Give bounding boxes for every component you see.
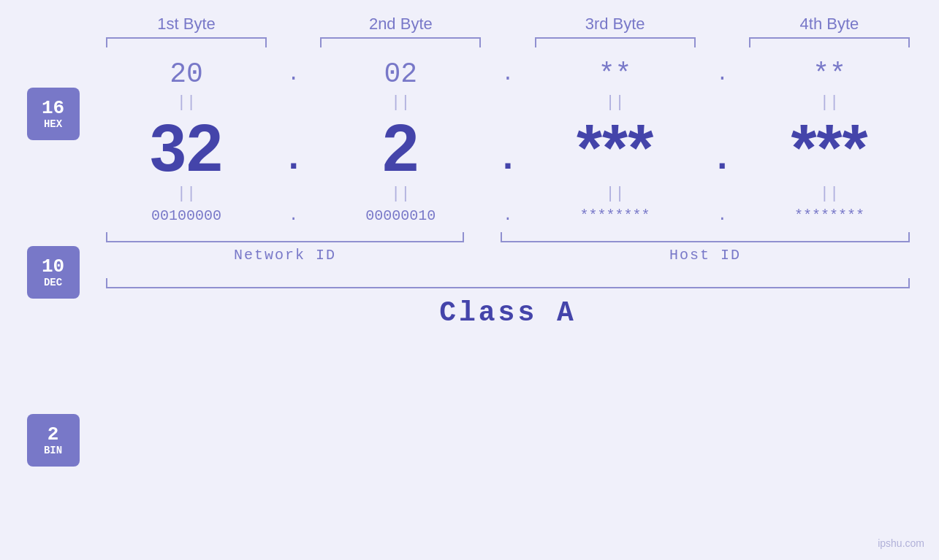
- bin-dot-1: .: [275, 207, 312, 225]
- dec-badge: 10 DEC: [27, 246, 80, 299]
- col-header-4: 4th Byte: [749, 15, 910, 34]
- top-brackets-row: [106, 37, 939, 47]
- eq-sym-6: ||: [320, 185, 481, 203]
- bin-val-2: 00000010: [320, 207, 481, 224]
- dec-val-4: ***: [749, 115, 910, 181]
- hex-values-row: 20 . 02 . ** . **: [106, 58, 939, 90]
- bin-badge-num: 2: [47, 424, 59, 445]
- eq-sym-5: ||: [106, 185, 267, 203]
- hex-dot-2: .: [490, 63, 526, 85]
- eq-sym-8: ||: [749, 185, 910, 203]
- top-bracket-4: [749, 37, 910, 47]
- hex-val-2: 02: [320, 58, 481, 90]
- bin-badge-label: BIN: [44, 445, 62, 456]
- dec-dot-3: .: [704, 119, 740, 177]
- bottom-brackets-area: Network ID Host ID: [106, 232, 939, 264]
- column-headers-row: 1st Byte 2nd Byte 3rd Byte 4th Byte: [106, 15, 939, 34]
- top-bracket-1: [106, 37, 267, 47]
- page-container: 16 HEX 10 DEC 2 BIN: [0, 0, 939, 560]
- col-header-2: 2nd Byte: [320, 15, 481, 34]
- col-header-1: 1st Byte: [106, 15, 267, 34]
- dec-dot-2: .: [490, 119, 526, 177]
- eq-sym-2: ||: [320, 93, 481, 112]
- equals-row-1: || || || ||: [106, 93, 939, 112]
- dec-val-3: ***: [535, 115, 696, 181]
- bottom-brackets-row: [106, 232, 910, 242]
- eq-sym-4: ||: [749, 93, 910, 112]
- hex-badge-label: HEX: [44, 118, 62, 130]
- hex-val-4: **: [749, 58, 910, 90]
- host-id-bracket: [501, 232, 910, 242]
- top-area: 16 HEX 10 DEC 2 BIN: [0, 0, 939, 467]
- dec-badge-wrap: 10 DEC: [27, 246, 80, 299]
- watermark: ipshu.com: [878, 537, 924, 549]
- eq-sym-7: ||: [535, 185, 696, 203]
- hex-val-3: **: [535, 58, 696, 90]
- eq-sym-3: ||: [535, 93, 696, 112]
- hex-badge-num: 16: [42, 98, 64, 119]
- bin-dot-3: .: [704, 207, 740, 225]
- big-bracket-row: [106, 278, 939, 288]
- hex-dot-1: .: [275, 63, 312, 85]
- bottom-labels-row: Network ID Host ID: [106, 247, 910, 264]
- right-content: 1st Byte 2nd Byte 3rd Byte 4th Byte: [106, 15, 939, 467]
- dec-val-2: 2: [320, 115, 481, 181]
- bin-val-4: ********: [749, 207, 910, 224]
- hex-badge: 16 HEX: [27, 88, 80, 140]
- eq-sym-1: ||: [106, 93, 267, 112]
- badges-column: 16 HEX 10 DEC 2 BIN: [0, 15, 106, 467]
- hex-dot-3: .: [704, 63, 740, 85]
- dec-dot-1: .: [275, 119, 312, 177]
- bin-dot-2: .: [490, 207, 526, 225]
- col-header-3: 3rd Byte: [535, 15, 696, 34]
- top-bracket-3: [535, 37, 696, 47]
- hex-val-1: 20: [106, 58, 267, 90]
- class-label: Class A: [106, 297, 939, 329]
- bin-val-1: 00100000: [106, 207, 267, 224]
- bin-badge-wrap: 2 BIN: [27, 414, 80, 467]
- bin-val-3: ********: [535, 207, 696, 224]
- top-bracket-2: [320, 37, 481, 47]
- hex-badge-wrap: 16 HEX: [27, 88, 80, 140]
- equals-row-2: || || || ||: [106, 185, 939, 203]
- network-id-bracket: [106, 232, 464, 242]
- dec-values-row: 32 . 2 . *** . ***: [106, 115, 939, 181]
- dec-val-1: 32: [106, 115, 267, 181]
- network-id-label: Network ID: [106, 247, 464, 264]
- dec-badge-label: DEC: [44, 277, 62, 288]
- dec-badge-num: 10: [42, 256, 64, 277]
- class-bracket: [106, 278, 910, 288]
- host-id-label: Host ID: [501, 247, 910, 264]
- bin-badge: 2 BIN: [27, 414, 80, 467]
- bin-values-row: 00100000 . 00000010 . ******** . *******…: [106, 207, 939, 225]
